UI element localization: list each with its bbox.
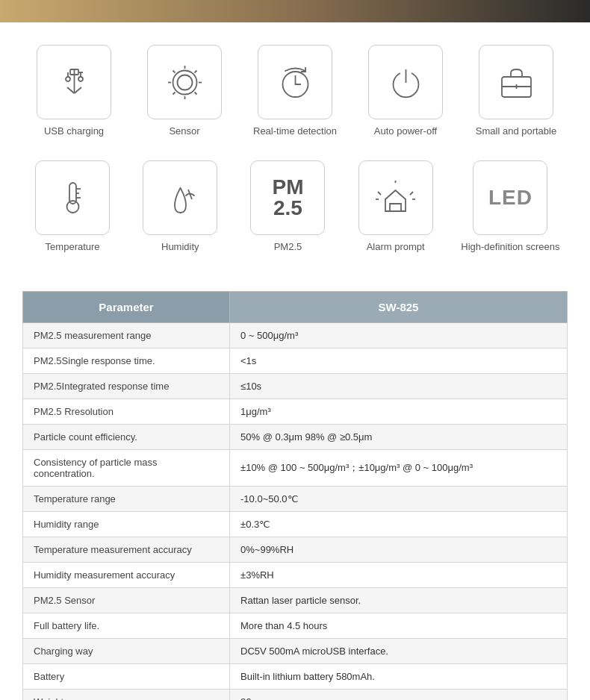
param-value: DC5V 500mA microUSB interface. bbox=[230, 638, 568, 663]
param-value: More than 4.5 hours bbox=[230, 613, 568, 638]
realtime-icon-box bbox=[258, 45, 332, 119]
led-icon-box: LED bbox=[473, 160, 547, 235]
svg-line-2 bbox=[74, 87, 81, 93]
feature-alarm: Alarm prompt bbox=[353, 160, 438, 254]
svg-line-18 bbox=[173, 92, 175, 94]
svg-line-31 bbox=[378, 192, 381, 195]
realtime-label: Real-time detection bbox=[253, 125, 337, 138]
top-banner bbox=[0, 0, 590, 22]
autopower-icon-box bbox=[368, 45, 443, 119]
param-name: Temperature measurement accuracy bbox=[23, 537, 230, 562]
humidity-icon-box bbox=[143, 160, 217, 235]
feature-led: LED High-definition screens bbox=[461, 160, 560, 254]
briefcase-icon bbox=[496, 62, 537, 103]
param-value: 86g bbox=[230, 689, 568, 700]
col-model: SW-825 bbox=[230, 291, 568, 322]
humidity-icon bbox=[160, 177, 201, 218]
param-name: Temperature range bbox=[23, 486, 230, 511]
param-value: ±10% @ 100 ~ 500μg/m³；±10μg/m³ @ 0 ~ 100… bbox=[230, 449, 568, 486]
svg-line-16 bbox=[194, 92, 196, 94]
svg-point-5 bbox=[78, 77, 83, 81]
param-name: Consistency of particle mass concentrati… bbox=[23, 449, 230, 486]
alarm-icon bbox=[375, 177, 416, 218]
specs-table: Parameter SW-825 PM2.5 measurement range… bbox=[22, 291, 568, 700]
param-value: ≤10s bbox=[230, 373, 568, 399]
param-name: PM2.5 measurement range bbox=[23, 322, 230, 348]
table-row: Weight86g bbox=[23, 689, 568, 700]
param-value: 1μg/m³ bbox=[230, 399, 568, 424]
table-row: Temperature measurement accuracy0%~99%RH bbox=[23, 537, 568, 562]
svg-point-25 bbox=[66, 201, 78, 213]
param-name: Battery bbox=[23, 663, 230, 689]
param-name: Humidity range bbox=[23, 511, 230, 537]
autopower-label: Auto power-off bbox=[374, 125, 437, 138]
power-icon bbox=[385, 62, 426, 103]
sensor-icon bbox=[164, 62, 205, 103]
portable-icon-box bbox=[479, 45, 553, 119]
led-label: High-definition screens bbox=[461, 241, 559, 254]
table-row: PM2.5 Rresolution1μg/m³ bbox=[23, 399, 568, 424]
table-row: PM2.5Integrated response time≤10s bbox=[23, 373, 568, 399]
usb-icon bbox=[54, 62, 95, 103]
param-value: <1s bbox=[230, 348, 568, 373]
param-name: Weight bbox=[23, 689, 230, 700]
param-name: PM2.5 Rresolution bbox=[23, 399, 230, 424]
temperature-icon-box bbox=[35, 160, 110, 235]
param-value: -10.0~50.0℃ bbox=[230, 486, 568, 511]
param-value: 0%~99%RH bbox=[230, 537, 568, 562]
param-value: 0 ~ 500μg/m³ bbox=[230, 322, 568, 348]
feature-autopower: Auto power-off bbox=[361, 45, 450, 138]
feature-usb-charging: USB charging bbox=[30, 45, 118, 138]
table-section: Parameter SW-825 PM2.5 measurement range… bbox=[0, 276, 590, 700]
pm25-text: PM2.5 bbox=[272, 177, 303, 219]
table-row: Temperature range-10.0~50.0℃ bbox=[23, 486, 568, 511]
table-row: PM2.5 measurement range0 ~ 500μg/m³ bbox=[23, 322, 568, 348]
param-name: PM2.5Integrated response time bbox=[23, 373, 230, 399]
pm25-label: PM2.5 bbox=[274, 241, 302, 254]
table-row: PM2.5 SensorRattan laser particle sensor… bbox=[23, 587, 568, 613]
feature-pm25: PM2.5 PM2.5 bbox=[245, 160, 330, 254]
table-row: PM2.5Single response time.<1s bbox=[23, 348, 568, 373]
param-name: PM2.5 Sensor bbox=[23, 587, 230, 613]
pm25-icon-box: PM2.5 bbox=[250, 160, 325, 235]
svg-point-9 bbox=[177, 75, 192, 90]
feature-portable: Small and portable bbox=[472, 45, 560, 138]
table-row: Charging wayDC5V 500mA microUSB interfac… bbox=[23, 638, 568, 663]
humidity-label: Humidity bbox=[161, 241, 199, 254]
param-name: Particle count efficiency. bbox=[23, 424, 230, 449]
table-row: Particle count efficiency.50% @ 0.3μm 98… bbox=[23, 424, 568, 449]
feature-sensor: Sensor bbox=[140, 45, 229, 138]
param-value: ±3%RH bbox=[230, 562, 568, 587]
features-row-1: USB charging Sensor bbox=[30, 45, 560, 138]
svg-marker-30 bbox=[385, 190, 406, 211]
param-value: Rattan laser particle sensor. bbox=[230, 587, 568, 613]
table-row: Full battery life.More than 4.5 hours bbox=[23, 613, 568, 638]
table-row: Consistency of particle mass concentrati… bbox=[23, 449, 568, 486]
feature-temperature: Temperature bbox=[30, 160, 115, 254]
svg-line-15 bbox=[173, 70, 175, 72]
sensor-icon-box bbox=[147, 45, 222, 119]
feature-humidity: Humidity bbox=[137, 160, 223, 254]
svg-line-33 bbox=[410, 192, 413, 195]
param-value: 50% @ 0.3μm 98% @ ≥0.5μm bbox=[230, 424, 568, 449]
led-text: LED bbox=[488, 186, 532, 210]
feature-realtime: Real-time detection bbox=[251, 45, 339, 138]
col-parameter: Parameter bbox=[23, 291, 230, 322]
features-section: USB charging Sensor bbox=[0, 22, 590, 269]
svg-point-10 bbox=[173, 70, 196, 94]
table-row: Humidity measurement accuracy±3%RH bbox=[23, 562, 568, 587]
usb-charging-icon-box bbox=[37, 45, 111, 119]
param-name: Humidity measurement accuracy bbox=[23, 562, 230, 587]
svg-line-17 bbox=[194, 70, 196, 72]
alarm-icon-box bbox=[358, 160, 433, 235]
table-row: Humidity range±0.3℃ bbox=[23, 511, 568, 537]
sensor-label: Sensor bbox=[169, 125, 199, 138]
svg-point-4 bbox=[66, 77, 70, 81]
realtime-icon bbox=[275, 62, 316, 103]
table-row: BatteryBuilt-in lithium battery 580mAh. bbox=[23, 663, 568, 689]
usb-charging-label: USB charging bbox=[44, 125, 104, 138]
svg-line-1 bbox=[67, 87, 75, 93]
alarm-label: Alarm prompt bbox=[367, 241, 425, 254]
param-value: Built-in lithium battery 580mAh. bbox=[230, 663, 568, 689]
thermometer-icon bbox=[52, 177, 93, 218]
